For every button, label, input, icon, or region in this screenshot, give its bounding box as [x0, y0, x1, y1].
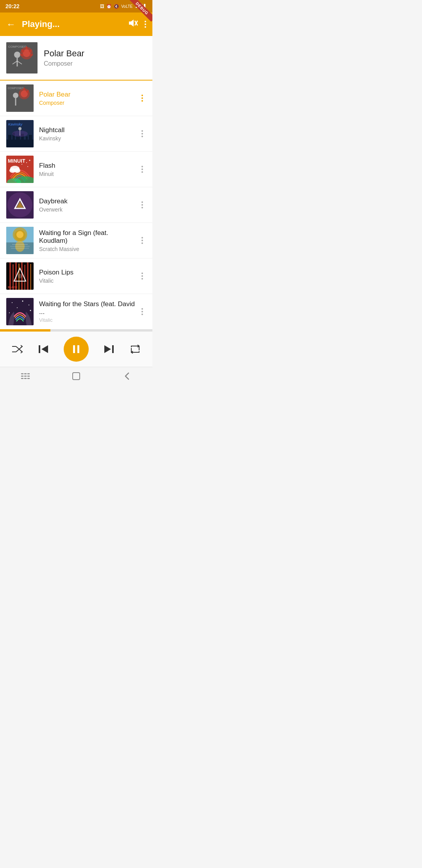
track-art: BLACK	[6, 262, 34, 290]
track-more-button[interactable]	[138, 91, 146, 105]
status-time: 20:22	[5, 3, 20, 9]
svg-text:COMPOSED: COMPOSED	[8, 87, 24, 90]
mute-icon: 🔇	[114, 4, 119, 9]
track-name: Daybreak	[39, 197, 138, 205]
track-artist: Vitalic	[39, 317, 138, 323]
track-name: Waiting for a Sign (feat. Koudlam)	[39, 229, 138, 245]
svg-rect-70	[30, 264, 31, 290]
track-info: Waiting for the Stars (feat. David ... V…	[39, 300, 138, 323]
track-item[interactable]: Daybreak Overwerk	[0, 187, 152, 223]
shuffle-button[interactable]	[11, 343, 23, 355]
app-bar-title: Playing...	[22, 19, 127, 29]
track-item[interactable]: Kavinsky Nightcall Kavinsky	[0, 116, 152, 152]
track-info: Daybreak Overwerk	[39, 197, 138, 213]
track-artist: Vitalic	[39, 278, 138, 284]
track-artist: Minuit	[39, 171, 138, 177]
track-name: Nightcall	[39, 126, 138, 134]
svg-point-32	[18, 127, 21, 130]
track-art: Kavinsky	[6, 120, 34, 147]
svg-point-18	[13, 93, 18, 98]
now-playing-title: Polar Bear	[44, 48, 84, 59]
progress-bar[interactable]	[0, 329, 152, 332]
svg-rect-26	[8, 135, 11, 140]
track-item[interactable]: COMPOSED Polar Bear Composer	[0, 81, 152, 116]
now-playing-art: COMPOSED	[6, 42, 38, 74]
nav-menu-button[interactable]	[20, 371, 31, 384]
now-playing-header: COMPOSED Polar Bear Composer	[0, 36, 152, 81]
track-more-button[interactable]	[138, 127, 146, 140]
debug-ribbon: DEBUG	[129, 0, 152, 23]
svg-rect-87	[73, 345, 75, 353]
svg-point-43	[29, 160, 30, 161]
svg-point-72	[18, 274, 22, 278]
svg-marker-90	[104, 345, 111, 353]
svg-rect-25	[6, 140, 34, 147]
notification-icon: 🖼	[100, 4, 104, 9]
track-art: MINUIT	[6, 156, 34, 183]
track-name: Poison Lips	[39, 269, 138, 276]
nav-home-button[interactable]	[71, 371, 82, 384]
track-more-button[interactable]	[138, 269, 146, 283]
track-artist: Kavinsky	[39, 135, 138, 142]
svg-text:BLACK: BLACK	[8, 286, 18, 289]
svg-rect-69	[27, 262, 29, 290]
svg-rect-88	[77, 345, 79, 353]
svg-point-45	[27, 166, 28, 167]
track-art	[6, 191, 34, 219]
svg-point-5	[14, 52, 20, 58]
svg-text:Kavinsky: Kavinsky	[8, 122, 23, 126]
track-info: Poison Lips Vitalic	[39, 269, 138, 284]
track-artist: Overwerk	[39, 206, 138, 213]
track-art	[6, 298, 34, 325]
track-more-button[interactable]	[138, 305, 146, 318]
next-button[interactable]	[103, 343, 115, 355]
now-playing-info: Polar Bear Composer	[44, 48, 84, 67]
track-art	[6, 227, 34, 254]
svg-point-42	[26, 162, 27, 163]
bottom-nav	[0, 367, 152, 387]
alarm-icon: ⏰	[106, 4, 112, 9]
back-button[interactable]: ←	[6, 19, 16, 30]
track-more-button[interactable]	[138, 163, 146, 176]
svg-point-78	[17, 307, 18, 308]
svg-point-10	[23, 49, 30, 57]
track-list: COMPOSED Polar Bear Composer	[0, 81, 152, 329]
svg-point-75	[12, 302, 13, 303]
track-info: Flash Minuit	[39, 162, 138, 177]
track-name: Polar Bear	[39, 91, 138, 99]
track-info: Waiting for a Sign (feat. Koudlam) Scrat…	[39, 229, 138, 252]
track-name: Flash	[39, 162, 138, 170]
repeat-button[interactable]	[129, 343, 141, 355]
track-art: COMPOSED	[6, 84, 34, 112]
track-item[interactable]: Waiting for a Sign (feat. Koudlam) Scrat…	[0, 223, 152, 258]
debug-label: DEBUG	[129, 0, 152, 22]
track-name: Waiting for the Stars (feat. David ...	[39, 300, 138, 316]
track-artist: Composer	[39, 100, 138, 106]
nav-back-button[interactable]	[122, 371, 132, 384]
svg-point-79	[30, 310, 31, 311]
svg-point-40	[14, 168, 20, 173]
svg-point-77	[29, 305, 29, 305]
svg-rect-85	[39, 345, 40, 353]
track-item[interactable]: MINUIT	[0, 152, 152, 187]
track-info: Polar Bear Composer	[39, 91, 138, 106]
progress-fill	[0, 329, 50, 332]
svg-rect-100	[73, 373, 80, 380]
svg-point-80	[9, 312, 10, 313]
track-more-button[interactable]	[138, 198, 146, 212]
svg-point-56	[16, 231, 23, 238]
track-more-button[interactable]	[138, 234, 146, 247]
svg-rect-89	[112, 345, 114, 353]
svg-point-76	[22, 301, 23, 302]
svg-point-41	[23, 159, 25, 160]
pause-button[interactable]	[64, 337, 89, 362]
track-item[interactable]: Waiting for the Stars (feat. David ... V…	[0, 294, 152, 329]
player-controls	[0, 332, 152, 367]
track-item[interactable]: BLACK Poison Lips Vitalic	[0, 258, 152, 294]
prev-button[interactable]	[38, 343, 49, 355]
svg-point-44	[21, 164, 22, 165]
svg-point-35	[12, 131, 28, 137]
track-artist: Scratch Massive	[39, 246, 138, 252]
svg-rect-30	[26, 136, 28, 140]
svg-marker-86	[41, 345, 48, 353]
